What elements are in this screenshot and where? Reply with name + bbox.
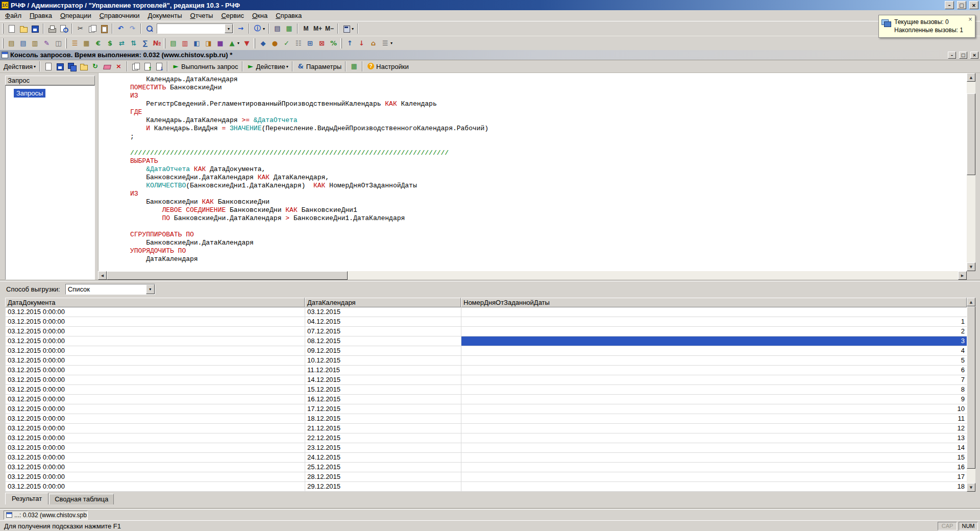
print-preview-button[interactable]: [58, 23, 69, 34]
table-vertical-scrollbar[interactable]: ▲ ▼: [967, 298, 975, 492]
toolbar2-button-23[interactable]: ✓: [281, 38, 292, 49]
table-cell[interactable]: 03.12.2015 0:00:00: [6, 317, 305, 327]
table-cell[interactable]: 11.12.2015: [305, 366, 461, 375]
table-cell[interactable]: 3: [461, 336, 967, 346]
scrollbar-thumb[interactable]: [967, 306, 975, 469]
print-button[interactable]: [46, 23, 58, 34]
editor-horizontal-scrollbar[interactable]: ◀ ▶: [98, 271, 967, 280]
toolbar2-button-26[interactable]: ⊠: [316, 38, 328, 49]
menu-item-1[interactable]: Файл: [1, 11, 26, 20]
export-query-button[interactable]: [141, 61, 153, 72]
save-query-as-button[interactable]: [66, 61, 78, 72]
toolbar2-button-13[interactable]: №: [151, 38, 163, 49]
minimize-button[interactable]: –: [945, 1, 954, 9]
toolbar2-button-24[interactable]: ☷: [292, 38, 304, 49]
table-cell[interactable]: 23.12.2015: [305, 443, 461, 453]
table-cell[interactable]: 03.12.2015 0:00:00: [6, 414, 305, 424]
tab-pivot-table[interactable]: Сводная таблица: [49, 494, 114, 504]
undo-button[interactable]: ↶: [115, 23, 127, 34]
table-cell[interactable]: 10: [461, 404, 967, 414]
editor-vertical-scrollbar[interactable]: ▲ ▼: [967, 73, 975, 271]
toolbar2-button-7[interactable]: ▦: [81, 38, 92, 49]
info-button[interactable]: ⓘ▾: [252, 23, 266, 34]
scroll-down-button[interactable]: ▼: [967, 483, 975, 492]
table-cell[interactable]: 09.12.2015: [305, 346, 461, 356]
menu-item-3[interactable]: Операции: [56, 11, 95, 20]
memory-plus-button[interactable]: М+: [312, 23, 324, 34]
menu-item-6[interactable]: Отчеты: [186, 11, 217, 20]
table-cell[interactable]: 03.12.2015 0:00:00: [6, 366, 305, 375]
table-cell[interactable]: 07.12.2015: [305, 327, 461, 336]
toolbar2-button-14[interactable]: ▤: [167, 38, 179, 49]
scroll-right-button[interactable]: ▶: [958, 271, 967, 280]
toolbar2-button-21[interactable]: ◆: [257, 38, 269, 49]
table-cell[interactable]: 13: [461, 433, 967, 443]
toolbar2-button-27[interactable]: %: [328, 38, 339, 49]
scroll-left-button[interactable]: ◀: [98, 271, 107, 280]
table-cell[interactable]: 21.12.2015: [305, 424, 461, 433]
table-cell[interactable]: 24.12.2015: [305, 453, 461, 463]
redo-button[interactable]: ↷: [127, 23, 138, 34]
table-cell[interactable]: 03.12.2015: [305, 307, 461, 317]
clear-query-button[interactable]: [101, 61, 113, 72]
export-mode-combo[interactable]: Список ▾: [65, 284, 155, 295]
table-cell[interactable]: 18.12.2015: [305, 414, 461, 424]
toolbar2-button-17[interactable]: ◨: [203, 38, 214, 49]
table-cell[interactable]: 03.12.2015 0:00:00: [6, 404, 305, 414]
table-cell[interactable]: 10.12.2015: [305, 356, 461, 366]
table-cell[interactable]: 03.12.2015 0:00:00: [6, 395, 305, 404]
table-cell[interactable]: 03.12.2015 0:00:00: [6, 385, 305, 395]
table-cell[interactable]: 2: [461, 327, 967, 336]
toolbar2-button-16[interactable]: ◧: [191, 38, 203, 49]
toolbar2-button-9[interactable]: $: [104, 38, 116, 49]
query-tree-list[interactable]: Запросы: [5, 85, 95, 280]
table-cell[interactable]: 28.12.2015: [305, 472, 461, 482]
table-cell[interactable]: 03.12.2015 0:00:00: [6, 375, 305, 385]
new-query-button[interactable]: [42, 61, 54, 72]
paste-button[interactable]: [98, 23, 110, 34]
table-cell[interactable]: 15: [461, 453, 967, 463]
toolbar2-button-8[interactable]: €: [92, 38, 104, 49]
run-query-button[interactable]: ►Выполнить запрос: [170, 61, 240, 72]
toolbar2-button-3[interactable]: ▥: [29, 38, 41, 49]
scrollbar-thumb[interactable]: [107, 271, 348, 280]
table-cell[interactable]: 5: [461, 356, 967, 366]
import-query-button[interactable]: [153, 61, 165, 72]
load-query-button[interactable]: [78, 61, 89, 72]
tab-result[interactable]: Результат: [5, 493, 48, 504]
table-cell[interactable]: 11: [461, 414, 967, 424]
settings-button[interactable]: Настройки: [365, 61, 410, 72]
copy-query-button[interactable]: [130, 61, 141, 72]
toolbar2-button-30[interactable]: ⌂: [368, 38, 379, 49]
table-cell[interactable]: 8: [461, 385, 967, 395]
column-header-3[interactable]: НомерДняОтЗаданнойДаты: [461, 298, 967, 307]
chevron-down-icon[interactable]: ▾: [146, 284, 155, 294]
table-cell[interactable]: 4: [461, 346, 967, 356]
table-cell[interactable]: 03.12.2015 0:00:00: [6, 463, 305, 472]
table-cell[interactable]: 14.12.2015: [305, 375, 461, 385]
delete-query-button[interactable]: ×: [113, 61, 125, 72]
table-cell[interactable]: 17.12.2015: [305, 404, 461, 414]
table-cell[interactable]: 03.12.2015 0:00:00: [6, 307, 305, 317]
toolbar2-button-20[interactable]: ▼: [241, 38, 253, 49]
search-go-button[interactable]: →: [235, 23, 247, 34]
table-cell[interactable]: 04.12.2015: [305, 317, 461, 327]
child-minimize-button[interactable]: –: [948, 52, 956, 59]
table-cell[interactable]: 03.12.2015 0:00:00: [6, 356, 305, 366]
query-editor[interactable]: Календарь.ДатаКалендаряПОМЕСТИТЬ Банковс…: [98, 73, 967, 271]
close-button[interactable]: ×: [969, 1, 978, 9]
new-document-button[interactable]: [6, 23, 17, 34]
table-cell[interactable]: 03.12.2015 0:00:00: [6, 482, 305, 492]
parameters-button[interactable]: &Параметры: [295, 61, 343, 72]
toolbar2-button-29[interactable]: ↓: [356, 38, 368, 49]
refresh-button[interactable]: ↻: [89, 61, 101, 72]
menu-item-8[interactable]: Окна: [248, 11, 272, 20]
menu-item-7[interactable]: Сервис: [217, 11, 248, 20]
table-cell[interactable]: 22.12.2015: [305, 433, 461, 443]
toolbar2-button-31[interactable]: ☰▾: [379, 38, 394, 49]
find-button[interactable]: [143, 23, 155, 34]
table-cell[interactable]: 9: [461, 395, 967, 404]
column-header-1[interactable]: ДатаДокумента: [5, 298, 305, 307]
toolbar2-button-12[interactable]: ∑: [139, 38, 151, 49]
menu-item-4[interactable]: Справочники: [95, 11, 144, 20]
